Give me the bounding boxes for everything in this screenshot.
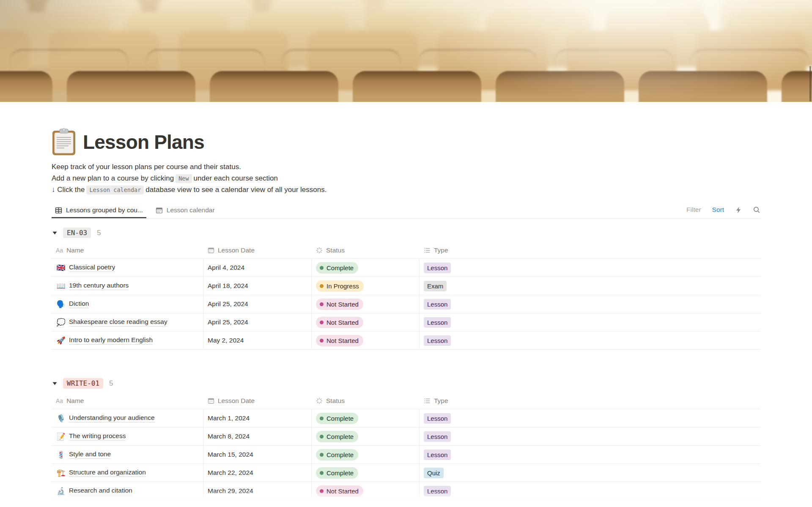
page-title[interactable]: Lesson Plans [83, 131, 204, 153]
name-cell[interactable]: 📝The writing process [52, 428, 203, 445]
name-cell[interactable]: 📖19th century authors [52, 277, 203, 295]
row-title-link[interactable]: Understanding your audience [69, 414, 155, 422]
status-badge: Complete [316, 467, 358, 479]
lesson-date-cell[interactable]: March 15, 2024 [203, 446, 312, 463]
row-title-link[interactable]: Intro to early modern English [69, 336, 153, 345]
column-label: Name [66, 247, 84, 254]
type-cell[interactable]: Quiz [420, 464, 760, 482]
table-row[interactable]: 💈Style and tone March 15, 2024 Complete … [52, 446, 760, 464]
status-cell[interactable]: Not Started [312, 332, 420, 349]
type-cell[interactable]: Lesson [420, 332, 760, 349]
table-row[interactable]: 📝The writing process March 8, 2024 Compl… [52, 428, 760, 446]
column-label: Status [326, 397, 345, 405]
table-row[interactable]: 🏗️Structure and organization March 22, 2… [52, 464, 760, 482]
tab-lessons-grouped-by-course[interactable]: Lessons grouped by cou... [52, 202, 146, 218]
group-toggle-icon[interactable] [52, 230, 58, 236]
row-title-link[interactable]: Style and tone [69, 450, 111, 459]
group-toggle-icon[interactable] [52, 381, 58, 386]
lesson-date-cell[interactable]: March 1, 2024 [203, 409, 312, 427]
description-line-1: Keep track of your lesson plans per cour… [52, 161, 760, 173]
status-badge: Complete [316, 262, 358, 274]
clipboard-page-icon[interactable] [52, 128, 76, 156]
row-title-link[interactable]: Diction [69, 300, 89, 308]
name-cell[interactable]: 💭Shakespeare close reading essay [52, 313, 203, 331]
table-row[interactable]: 💭Shakespeare close reading essay April 2… [52, 313, 760, 332]
name-cell[interactable]: 🏗️Structure and organization [52, 464, 203, 482]
cover-photo [0, 0, 812, 102]
name-cell[interactable]: 🗣️Diction [52, 295, 203, 313]
row-title-link[interactable]: 19th century authors [69, 282, 129, 290]
lightning-icon[interactable] [735, 206, 742, 214]
lesson-calendar-chip[interactable]: Lesson calendar [86, 186, 144, 195]
calendar-icon [208, 247, 214, 254]
status-label: Complete [326, 264, 354, 271]
row-title-link[interactable]: The writing process [69, 432, 126, 441]
type-cell[interactable]: Lesson [420, 446, 760, 463]
group-badge[interactable]: EN-03 [63, 227, 91, 238]
table-row[interactable]: 🎙️Understanding your audience March 1, 2… [52, 409, 760, 428]
list-icon [424, 397, 431, 404]
lesson-date-cell[interactable]: March 22, 2024 [203, 464, 312, 482]
status-badge: Complete [316, 431, 358, 442]
sort-button[interactable]: Sort [712, 206, 724, 214]
cover-seat-row [0, 49, 787, 102]
column-header-type[interactable]: Type [420, 392, 760, 409]
type-cell[interactable]: Exam [420, 277, 760, 295]
table-header-row: AaName Lesson Date Status Type [52, 242, 760, 259]
name-cell[interactable]: 🚀Intro to early modern English [52, 332, 203, 349]
barber-pole-icon: 💈 [56, 451, 66, 458]
scrollbar-thumb[interactable] [809, 66, 811, 101]
row-title-link[interactable]: Shakespeare close reading essay [69, 318, 167, 326]
tab-label: Lesson calendar [167, 206, 215, 214]
row-title-link[interactable]: Structure and organization [69, 469, 146, 477]
status-cell[interactable]: In Progress [312, 277, 420, 295]
column-header-lesson-date[interactable]: Lesson Date [203, 242, 312, 259]
column-header-lesson-date[interactable]: Lesson Date [203, 392, 312, 409]
type-badge: Lesson [424, 299, 451, 310]
status-badge: Not Started [316, 335, 363, 346]
table-row[interactable]: 🇬🇧Classical poetry April 4, 2024 Complet… [52, 259, 760, 277]
type-cell[interactable]: Lesson [420, 409, 760, 427]
status-badge: In Progress [316, 280, 364, 292]
lesson-date-cell[interactable]: May 2, 2024 [203, 332, 312, 349]
lesson-date-cell[interactable]: April 4, 2024 [203, 259, 312, 277]
group-badge[interactable]: WRITE-01 [63, 378, 103, 389]
table-row[interactable]: 🗣️Diction April 25, 2024 Not Started Les… [52, 295, 760, 313]
name-cell[interactable]: 🎙️Understanding your audience [52, 409, 203, 427]
table-row[interactable]: 📖19th century authors April 18, 2024 In … [52, 277, 760, 295]
status-cell[interactable]: Not Started [312, 295, 420, 313]
row-title-link[interactable]: Classical poetry [69, 263, 115, 272]
lesson-date-cell[interactable]: April 25, 2024 [203, 295, 312, 313]
building-construction-icon: 🏗️ [56, 469, 66, 477]
column-label: Type [434, 247, 448, 254]
column-header-status[interactable]: Status [312, 392, 420, 409]
column-header-name[interactable]: AaName [52, 392, 203, 409]
column-header-name[interactable]: AaName [52, 242, 203, 259]
type-cell[interactable]: Lesson [420, 428, 760, 445]
lesson-date-cell[interactable]: March 8, 2024 [203, 428, 312, 445]
status-cell[interactable]: Not Started [312, 313, 420, 331]
tab-lesson-calendar[interactable]: Lesson calendar [152, 202, 218, 218]
search-icon[interactable] [753, 206, 760, 214]
status-cell[interactable]: Complete [312, 428, 420, 445]
name-cell[interactable]: 🇬🇧Classical poetry [52, 259, 203, 277]
text-icon: Aa [56, 397, 63, 404]
column-header-status[interactable]: Status [312, 242, 420, 259]
views-bar: Lessons grouped by cou... Lesson calenda… [52, 202, 760, 219]
table-row[interactable]: 🚀Intro to early modern English May 2, 20… [52, 332, 760, 350]
type-cell[interactable]: Lesson [420, 259, 760, 277]
filter-button[interactable]: Filter [686, 206, 701, 214]
column-header-type[interactable]: Type [420, 242, 760, 259]
type-cell[interactable]: Lesson [420, 295, 760, 313]
lesson-date-cell[interactable]: April 25, 2024 [203, 313, 312, 331]
status-cell[interactable]: Complete [312, 446, 420, 463]
lesson-date-cell[interactable]: April 18, 2024 [203, 277, 312, 295]
status-badge: Not Started [316, 299, 363, 310]
status-cell[interactable]: Complete [312, 259, 420, 277]
type-cell[interactable]: Lesson [420, 313, 760, 331]
status-cell[interactable]: Complete [312, 464, 420, 482]
name-cell[interactable]: 💈Style and tone [52, 446, 203, 463]
bottom-fade [0, 491, 812, 507]
type-badge: Lesson [424, 335, 451, 346]
status-cell[interactable]: Complete [312, 409, 420, 427]
